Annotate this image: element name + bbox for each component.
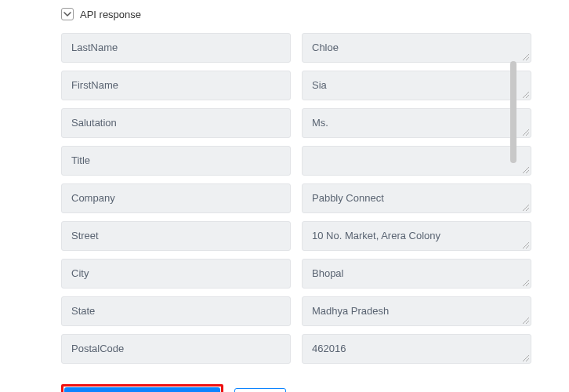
collapse-toggle[interactable] xyxy=(61,8,74,20)
field-value-postalcode[interactable]: 462016 xyxy=(302,334,531,364)
field-key-postalcode[interactable]: PostalCode xyxy=(61,334,291,364)
field-value-lastname[interactable]: Chloe xyxy=(302,33,531,63)
field-value-salutation[interactable]: Ms. xyxy=(302,108,531,138)
section-header: API response xyxy=(61,8,569,20)
field-key-title[interactable]: Title xyxy=(61,146,291,176)
field-row: Salutation Ms. xyxy=(61,108,531,138)
field-key-state[interactable]: State xyxy=(61,296,291,326)
section-title: API response xyxy=(80,9,141,20)
field-value-state[interactable]: Madhya Pradesh xyxy=(302,296,531,326)
field-key-street[interactable]: Street xyxy=(61,221,291,251)
chevron-down-icon xyxy=(63,10,71,18)
field-key-firstname[interactable]: FirstName xyxy=(61,71,291,100)
field-key-company[interactable]: Company xyxy=(61,183,291,213)
field-value-street[interactable]: 10 No. Market, Arera Colony xyxy=(302,221,531,251)
field-row: Street 10 No. Market, Arera Colony xyxy=(61,221,531,251)
field-row: PostalCode 462016 xyxy=(61,334,531,364)
field-value-city[interactable]: Bhopal xyxy=(302,259,531,289)
field-value-firstname[interactable]: Sia xyxy=(302,71,531,100)
fields-container: LastName Chloe FirstName Sia Salutation … xyxy=(61,33,531,364)
field-key-salutation[interactable]: Salutation xyxy=(61,108,291,138)
save-send-test-button[interactable]: Save & Send Test Request xyxy=(64,387,220,392)
scrollbar-track[interactable] xyxy=(535,28,543,345)
field-row: Title xyxy=(61,146,531,176)
field-row: Company Pabbly Connect xyxy=(61,183,531,213)
field-key-lastname[interactable]: LastName xyxy=(61,33,291,63)
field-value-title[interactable] xyxy=(302,146,531,176)
highlight-annotation: Save & Send Test Request xyxy=(61,384,223,392)
field-key-city[interactable]: City xyxy=(61,259,291,289)
scrollbar-thumb[interactable] xyxy=(510,61,516,163)
field-row: State Madhya Pradesh xyxy=(61,296,531,326)
save-button[interactable]: Save xyxy=(234,388,286,392)
field-row: FirstName Sia xyxy=(61,71,531,100)
field-value-company[interactable]: Pabbly Connect xyxy=(302,183,531,213)
field-row: City Bhopal xyxy=(61,259,531,289)
button-row: Save & Send Test Request Save xyxy=(61,384,569,392)
field-row: LastName Chloe xyxy=(61,33,531,63)
